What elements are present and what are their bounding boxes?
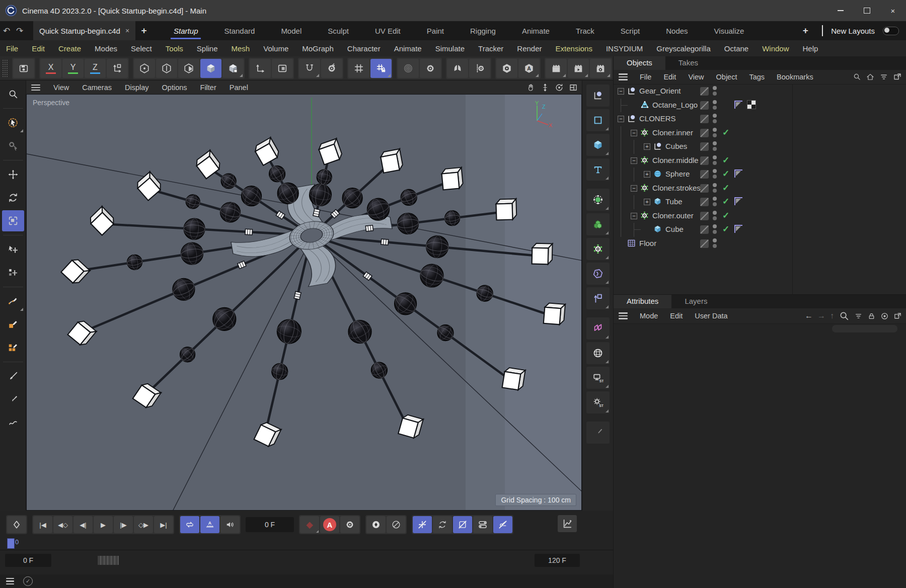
tree-row-cloner-strokes[interactable]: −Cloner.strokes✓ [614,182,906,196]
document-tab[interactable]: Quick Startup-begin.c4d × [33,21,135,40]
snap-settings-button[interactable] [321,59,342,78]
external-window-icon[interactable] [893,312,902,320]
layout-tab-nodes[interactable]: Nodes [665,24,689,38]
menu-octane[interactable]: Octane [724,44,748,53]
tree-row-tube[interactable]: +Tube✓ [614,195,906,209]
collapse-icon[interactable]: − [618,116,624,122]
menu-mesh[interactable]: Mesh [232,44,250,53]
add-instance-button[interactable] [586,287,610,309]
symmetry-button[interactable] [447,59,468,78]
pan-hand-icon[interactable] [526,83,536,92]
tree-row-cloner-outer[interactable]: −Cloner.outer✓ [614,209,906,223]
find-tool[interactable] [2,83,24,105]
edit-toggle[interactable] [700,225,709,234]
document-tab-close-icon[interactable]: × [125,27,129,35]
menu-simulate[interactable]: Simulate [435,44,465,53]
visibility-dots[interactable] [713,128,717,137]
z-axis-lock-button[interactable]: Z [85,59,106,78]
layout-tab-animate[interactable]: Animate [521,24,551,38]
edit-toggle[interactable] [700,170,709,179]
menu-character[interactable]: Character [347,44,381,53]
collapse-icon[interactable]: − [631,213,637,219]
snap-button[interactable] [299,59,320,78]
prev-key-button[interactable]: ◀◇ [53,516,72,533]
add-document-button[interactable]: + [135,25,153,36]
goto-start-button[interactable]: |◀ [33,516,52,533]
tree-row-cloner-middle[interactable]: −Cloner.middle✓ [614,154,906,168]
menu-volume[interactable]: Volume [263,44,288,53]
layout-tab-sculpt[interactable]: Sculpt [327,24,350,38]
enabled-check-icon[interactable]: ✓ [722,183,729,193]
enabled-check-icon[interactable]: ✓ [722,210,729,221]
tab-layers[interactable]: Layers [671,295,720,308]
layout-tab-track[interactable]: Track [575,24,595,38]
tweak-tool[interactable] [2,135,24,156]
object-manager-menu-tags[interactable]: Tags [749,73,765,81]
layout-tab-visualize[interactable]: Visualize [713,24,745,38]
coordinate-system-button[interactable] [107,59,128,78]
axis-modify-button[interactable] [250,59,271,78]
phong-tag-icon[interactable] [734,197,742,205]
layout-tab-rigging[interactable]: Rigging [469,24,497,38]
tree-row-cubes[interactable]: +Cubes [614,140,906,154]
primitive-pen-tool[interactable] [2,337,24,358]
edit-toggle[interactable] [700,239,709,248]
record-button[interactable]: ◆ [300,516,319,533]
dolly-icon[interactable] [541,83,550,92]
tree-row-cloners[interactable]: −CLONERS [614,112,906,126]
modeling-settings-button[interactable] [420,59,441,78]
set-keyframe-button[interactable] [7,516,26,533]
edit-toggle[interactable] [700,184,709,193]
move-tool[interactable] [2,164,24,185]
enabled-check-icon[interactable]: ✓ [722,155,729,165]
home-icon[interactable] [866,72,875,81]
add-spline-button[interactable] [586,109,610,131]
tab-objects[interactable]: Objects [614,56,665,70]
texture-tag-icon[interactable] [747,101,756,109]
layout-tab-startup[interactable]: Startup [173,24,199,38]
tree-row-sphere[interactable]: +Sphere✓ [614,167,906,182]
menu-help[interactable]: Help [803,44,818,53]
tab-takes[interactable]: Takes [665,56,711,70]
edit-toggle[interactable] [700,115,709,123]
menu-tracker[interactable]: Tracker [478,44,503,53]
add-text-button[interactable] [586,158,610,181]
up-arrow-icon[interactable]: ↑ [830,311,834,320]
workplane-button[interactable] [272,59,293,78]
add-deformer-button[interactable] [586,263,610,285]
menu-select[interactable]: Select [131,44,152,53]
texture-mode-button[interactable] [222,59,244,78]
keying-modes-button[interactable] [387,516,406,533]
range-scrubber[interactable] [93,554,124,567]
viewport-render-button[interactable] [496,59,517,78]
render-settings-button[interactable] [590,59,611,78]
menu-window[interactable]: Window [762,44,789,53]
attribute-menu-icon[interactable] [619,312,628,319]
visibility-dots[interactable] [713,100,717,110]
camera-label[interactable]: Perspective [33,99,69,107]
edit-toggle[interactable] [700,101,709,110]
phong-tag-icon[interactable] [734,170,742,178]
toggle-views-icon[interactable] [569,83,578,92]
viewport-menu-icon[interactable] [31,85,40,91]
toolbar-grip-handle[interactable] [2,59,8,77]
collapse-icon[interactable]: − [618,88,624,95]
back-arrow-icon[interactable]: ← [805,311,813,320]
edit-toggle[interactable] [700,87,709,96]
brush-tool[interactable] [2,366,24,387]
target-button[interactable] [398,59,419,78]
add-environment-button[interactable] [586,342,610,364]
keyframe-selection-button[interactable] [366,516,386,533]
viewport-menu-panel[interactable]: Panel [230,83,248,92]
maximize-button[interactable] [854,0,880,21]
menu-insydium[interactable]: INSYDIUM [606,44,643,53]
tree-row-floor[interactable]: Floor [614,237,906,251]
expand-icon[interactable]: + [644,171,650,178]
viewport-menu-filter[interactable]: Filter [200,83,216,92]
layout-tab-uv-edit[interactable]: UV Edit [374,24,402,38]
add-field-button[interactable] [586,189,610,211]
visibility-dots[interactable] [713,114,717,123]
timeline-graph-button[interactable] [558,515,577,532]
prev-frame-button[interactable]: ◀| [73,516,93,533]
orbit-icon[interactable] [555,83,564,92]
